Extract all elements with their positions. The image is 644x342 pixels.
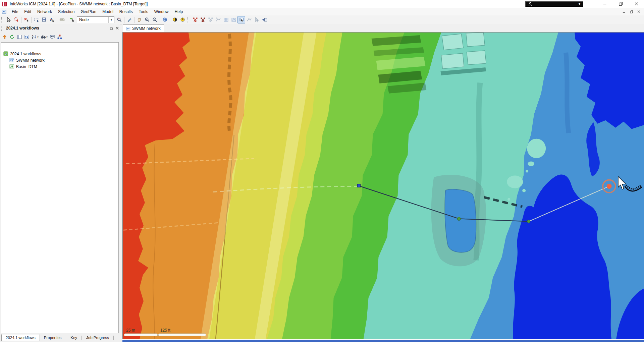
svg-text:Z: Z: [32, 37, 33, 39]
ruler-icon: [59, 17, 65, 22]
properties-list-button[interactable]: [16, 33, 23, 41]
menu-file[interactable]: File: [9, 9, 21, 15]
tab-key[interactable]: Key: [66, 334, 81, 341]
redraw-icon: [172, 17, 178, 22]
panel-close-button[interactable]: [114, 25, 120, 31]
clear-selection-icon: [24, 17, 29, 22]
network-node-selected[interactable]: [358, 184, 361, 187]
close-button[interactable]: [631, 0, 642, 8]
menu-window[interactable]: Window: [151, 9, 172, 15]
window-title: InfoWorks ICM [2024.1.0] - [GeoPlan - SW…: [10, 2, 148, 6]
menu-model[interactable]: Model: [99, 9, 116, 15]
label-tool-button[interactable]: A: [48, 16, 56, 23]
map-tab-bar: SWMM network: [122, 24, 644, 32]
lasso-select-button[interactable]: [12, 16, 20, 23]
map-tab-label: SWMM network: [132, 26, 161, 31]
panel-float-button[interactable]: [109, 25, 114, 31]
drag-select-button[interactable]: [40, 16, 48, 23]
find-icon: [117, 17, 122, 22]
workflows-panel: 2024.1 workflows AZ▾ ▾ 2024.1 workflows …: [0, 24, 120, 342]
revalidate-network-button[interactable]: [199, 16, 207, 23]
new-object-button[interactable]: [68, 16, 76, 23]
menu-help[interactable]: Help: [172, 9, 186, 15]
network-results-button[interactable]: [245, 16, 253, 23]
menu-results[interactable]: Results: [116, 9, 136, 15]
person-icon: [528, 2, 533, 6]
window-select-button[interactable]: [33, 16, 40, 23]
pick-tool-button[interactable]: [253, 16, 261, 23]
object-type-combobox[interactable]: Node ▾: [77, 16, 114, 23]
grid-view-button[interactable]: [222, 16, 230, 23]
find-object-button[interactable]: [115, 16, 123, 23]
mesh-view-button[interactable]: [230, 16, 237, 23]
network-node[interactable]: [457, 217, 461, 220]
tab-properties[interactable]: Properties: [40, 334, 65, 341]
tree-item-workflows-root[interactable]: 2024.1 workflows: [1, 51, 118, 57]
restore-icon: [619, 2, 623, 6]
select-pointer-icon: [6, 17, 11, 22]
select-tool-button[interactable]: [5, 16, 12, 23]
measure-tool-button[interactable]: [58, 16, 66, 23]
tree-item-label: SWMM network: [16, 58, 45, 63]
toolbar-grip[interactable]: [1, 17, 3, 22]
user-account-menu[interactable]: ▾: [525, 1, 583, 7]
sync-view-button[interactable]: [23, 33, 31, 41]
find-button[interactable]: ▾: [40, 33, 49, 41]
zoom-out-button[interactable]: [151, 16, 159, 23]
child-minimize-button[interactable]: [621, 9, 628, 15]
clear-selection-button[interactable]: [22, 16, 30, 23]
split-network-button[interactable]: [214, 16, 222, 23]
up-arrow-icon: [2, 34, 7, 40]
tab-separator: [113, 336, 114, 340]
previous-view-button[interactable]: [161, 16, 169, 23]
toolbar-separator: [134, 17, 135, 23]
toolbar-separator: [21, 17, 21, 23]
restore-button[interactable]: [615, 0, 626, 8]
pan-tool-button[interactable]: [136, 16, 143, 23]
org-chart-icon: [57, 34, 62, 40]
child-restore-button[interactable]: [628, 9, 635, 15]
tree-layout-button[interactable]: [56, 33, 63, 41]
object-type-value: Node: [77, 17, 108, 22]
zoom-in-button[interactable]: [143, 16, 151, 23]
main-toolbar: A Node ▾: [0, 15, 644, 24]
tree-item-basin-dtm[interactable]: Basin_DTM: [1, 63, 118, 70]
workflow-group-icon: [3, 51, 8, 56]
map-viewport[interactable]: 25 m 125 ft: [122, 32, 644, 339]
merge-network-icon: [208, 17, 213, 22]
menu-geoplan[interactable]: GeoPlan: [77, 9, 99, 15]
panel-title: 2024.1 workflows: [6, 26, 109, 31]
validate-network-button[interactable]: [191, 16, 199, 23]
menu-selection[interactable]: Selection: [55, 9, 77, 15]
refresh-button[interactable]: [8, 33, 16, 41]
trace-tool-button[interactable]: [125, 16, 133, 23]
tree-item-swmm-network[interactable]: SWMM network: [1, 57, 118, 63]
label-tool-icon: A: [49, 17, 55, 22]
toolbar-separator: [57, 17, 57, 23]
float-window-icon: [110, 26, 113, 30]
network-node[interactable]: [527, 220, 530, 223]
lasso-select-icon: [14, 17, 19, 22]
child-close-button[interactable]: [635, 9, 643, 15]
time-control-button[interactable]: [179, 16, 186, 23]
sort-button[interactable]: AZ▾: [31, 33, 40, 41]
merge-network-button[interactable]: [207, 16, 214, 23]
tab-workflows[interactable]: 2024.1 workflows: [1, 334, 40, 341]
toolbar-grip[interactable]: [187, 17, 190, 22]
panel-grip[interactable]: [1, 26, 3, 31]
panel-bottom-tabs: 2024.1 workflows Properties Key Job Prog…: [0, 333, 120, 342]
open-view-button[interactable]: [49, 33, 56, 41]
dtm-map[interactable]: 25 m 125 ft: [123, 33, 644, 339]
select-dtm-tool-button[interactable]: [237, 16, 245, 23]
tab-job-progress[interactable]: Job Progress: [82, 334, 113, 341]
import-data-button[interactable]: [261, 16, 268, 23]
menu-network[interactable]: Network: [34, 9, 55, 15]
redraw-button[interactable]: [171, 16, 179, 23]
menu-tools[interactable]: Tools: [136, 9, 151, 15]
minimize-button[interactable]: [599, 0, 610, 8]
move-up-button[interactable]: [1, 33, 8, 41]
menu-edit[interactable]: Edit: [21, 9, 34, 15]
restore-icon: [630, 10, 634, 14]
swmm-network-icon: [9, 58, 14, 63]
map-tab-swmm-network[interactable]: SWMM network: [123, 24, 164, 32]
